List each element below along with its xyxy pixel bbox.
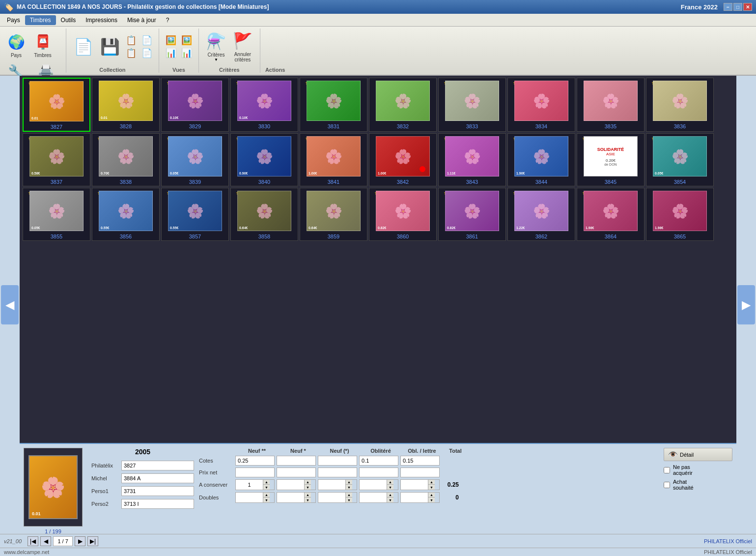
stamp-3836[interactable]: ★★ 🌸 3836 <box>646 78 714 132</box>
aconserver-obl-down[interactable]: ▼ <box>387 485 393 490</box>
collection-new[interactable]: 📄 <box>71 35 96 58</box>
doubles-obl-up[interactable]: ▲ <box>387 493 393 497</box>
doubles-neuf1-down[interactable]: ▼ <box>304 497 311 502</box>
criteres-btn[interactable]: ⚗️ Critères ▼ <box>204 30 228 63</box>
stamp-3854[interactable]: ★★ 🌸 0.05€ 3854 <box>646 133 714 186</box>
prixnet-oblitere[interactable] <box>359 468 398 477</box>
prev-arrow[interactable]: ◀ <box>1 285 19 324</box>
doubles-neufp-up[interactable]: ▲ <box>345 493 352 497</box>
doubles-obl-input[interactable] <box>360 493 387 502</box>
menu-outils[interactable]: Outils <box>56 15 81 25</box>
aconserver-oblL-input[interactable] <box>401 480 428 490</box>
toolbar-pays[interactable]: 🌍 Pays <box>4 30 28 59</box>
stamp-3857[interactable]: ★★ 🌸 0.55€ 3857 <box>161 188 229 241</box>
stamp-3833[interactable]: ★★ 🌸 3833 <box>438 78 506 132</box>
stamp-3842[interactable]: 🌸 1.00€ 3842 <box>369 133 437 186</box>
collection-btn2[interactable]: 📋 <box>124 47 138 59</box>
doubles-neuf2-input[interactable] <box>236 493 263 502</box>
cotes-oblitere[interactable] <box>359 456 398 466</box>
aconserver-neuf1-down[interactable]: ▼ <box>304 485 311 490</box>
vues-btn2[interactable]: 📊 <box>164 47 178 59</box>
stamp-3843[interactable]: ★★ 🌸 1.11€ 3843 <box>438 133 506 186</box>
collection-save[interactable]: 💾 <box>98 35 122 58</box>
aconserver-neuf2-up[interactable]: ▲ <box>263 480 270 485</box>
stamp-3859[interactable]: 🌸 0.64€ 3859 <box>300 188 367 241</box>
vues-btn3[interactable]: 🖼️ <box>180 34 194 46</box>
cotes-neuf2[interactable] <box>235 456 275 466</box>
prixnet-neuf2[interactable] <box>235 468 275 477</box>
vues-btn1[interactable]: 🖼️ <box>164 34 178 46</box>
menu-miseajour[interactable]: Mise à jour <box>122 15 161 25</box>
stamp-3830[interactable]: ★★ 🌸 0.10€ 3830 <box>230 78 298 132</box>
collection-btn3[interactable]: 📄 <box>140 34 154 46</box>
stamp-3845[interactable]: ★★ SOLIDARITÉ ASIE 0.20€ de DON 3845 <box>577 133 644 186</box>
cotes-oblLettre[interactable] <box>400 456 440 466</box>
aconserver-neufp-down[interactable]: ▼ <box>345 485 352 490</box>
doubles-obl-down[interactable]: ▼ <box>387 497 393 502</box>
stamp-3834[interactable]: ★★ 🌸 3834 <box>507 78 575 132</box>
stamp-3865[interactable]: 🌸 1.98€ 3865 <box>646 188 714 241</box>
detail-btn[interactable]: 👁️ Détail <box>664 448 732 461</box>
prixnet-neufp[interactable] <box>318 468 357 477</box>
doubles-oblL-down[interactable]: ▼ <box>428 497 435 502</box>
minimize-button[interactable]: − <box>724 3 732 11</box>
stamp-3864[interactable]: ★★ 🌸 1.98€ 3864 <box>577 188 644 241</box>
prixnet-oblLettre[interactable] <box>400 468 440 477</box>
stamp-3856[interactable]: ★★ 🌸 0.55€ 3856 <box>92 188 160 241</box>
doubles-neuf1-input[interactable] <box>277 493 304 502</box>
stamp-3855[interactable]: ★★ 🌸 0.05€ 3855 <box>23 188 90 241</box>
stamp-3832[interactable]: 🌸 3832 <box>369 78 437 132</box>
cotes-neuf1[interactable] <box>277 456 316 466</box>
nav-next[interactable]: ▶ <box>75 536 85 546</box>
stamp-3860[interactable]: ★★ 🌸 0.82€ 3860 <box>369 188 437 241</box>
aconserver-neufp-input[interactable] <box>318 480 345 490</box>
cotes-neufp[interactable] <box>318 456 357 466</box>
collection-btn4[interactable]: 📄 <box>140 47 154 59</box>
aconserver-obl-up[interactable]: ▲ <box>387 480 393 485</box>
stamp-3827[interactable]: ★★ 🌸 0.01 3827 <box>23 78 90 132</box>
nav-first[interactable]: |◀ <box>28 536 38 546</box>
stamp-3862[interactable]: ★★ 🌸 1.22€ 3862 <box>507 188 575 241</box>
stamp-3831[interactable]: ★★ 🌸 3831 <box>300 78 367 132</box>
menu-help[interactable]: ? <box>161 15 174 25</box>
doubles-oblL-input[interactable] <box>401 493 428 502</box>
page-input[interactable] <box>53 536 73 546</box>
stamp-3829[interactable]: ★★ 🌸 0.10€ 3829 <box>161 78 229 132</box>
toolbar-timbres[interactable]: 📮 Timbres <box>30 30 55 59</box>
next-arrow[interactable]: ▶ <box>737 285 755 324</box>
maximize-button[interactable]: □ <box>733 3 742 11</box>
menu-impressions[interactable]: Impressions <box>81 15 122 25</box>
stamp-3838[interactable]: ★★ 🌸 0.70€ 3838 <box>92 133 160 186</box>
doubles-neufp-input[interactable] <box>318 493 345 502</box>
stamp-3861[interactable]: ★★ 🌸 0.82€ 3861 <box>438 188 506 241</box>
menu-pays[interactable]: Pays <box>2 15 25 25</box>
stamp-3841[interactable]: ★★ 🌸 1.00€ 3841 <box>300 133 367 186</box>
achat-souhaite-checkbox[interactable] <box>664 482 670 488</box>
nav-last[interactable]: ▶| <box>87 536 98 546</box>
philatelix-input[interactable] <box>121 461 194 470</box>
doubles-oblL-up[interactable]: ▲ <box>428 493 435 497</box>
doubles-neufp-down[interactable]: ▼ <box>345 497 352 502</box>
stamp-3835[interactable]: 🌸 3835 <box>577 78 644 132</box>
close-button[interactable]: ✕ <box>743 3 752 11</box>
nav-prev[interactable]: ◀ <box>40 536 51 546</box>
stamp-3844[interactable]: ★★ 🌸 1.90€ 3844 <box>507 133 575 186</box>
prixnet-neuf1[interactable] <box>277 468 316 477</box>
doubles-neuf1-up[interactable]: ▲ <box>304 493 311 497</box>
stamp-3858[interactable]: ★★ 🌸 0.64€ 3858 <box>230 188 298 241</box>
aconserver-neuf1-up[interactable]: ▲ <box>304 480 311 485</box>
stamp-3839[interactable]: ★★ 🌸 0.05€ 3839 <box>161 133 229 186</box>
doubles-neuf2-up[interactable]: ▲ <box>263 493 270 497</box>
aconserver-neuf2-input[interactable] <box>236 480 263 490</box>
stamp-3840[interactable]: ★★ 🌸 0.90€ 3840 <box>230 133 298 186</box>
aconserver-obl-input[interactable] <box>360 480 387 490</box>
ne-pas-acquerir-checkbox[interactable] <box>664 467 670 473</box>
doubles-neuf2-down[interactable]: ▼ <box>263 497 270 502</box>
perso2-input[interactable] <box>121 499 194 509</box>
michel-input[interactable] <box>121 473 194 483</box>
aconserver-neufp-up[interactable]: ▲ <box>345 480 352 485</box>
aconserver-neuf2-down[interactable]: ▼ <box>263 485 270 490</box>
vues-btn4[interactable]: 📊 <box>180 47 194 59</box>
collection-btn1[interactable]: 📋 <box>124 34 138 46</box>
aconserver-neuf1-input[interactable] <box>277 480 304 490</box>
